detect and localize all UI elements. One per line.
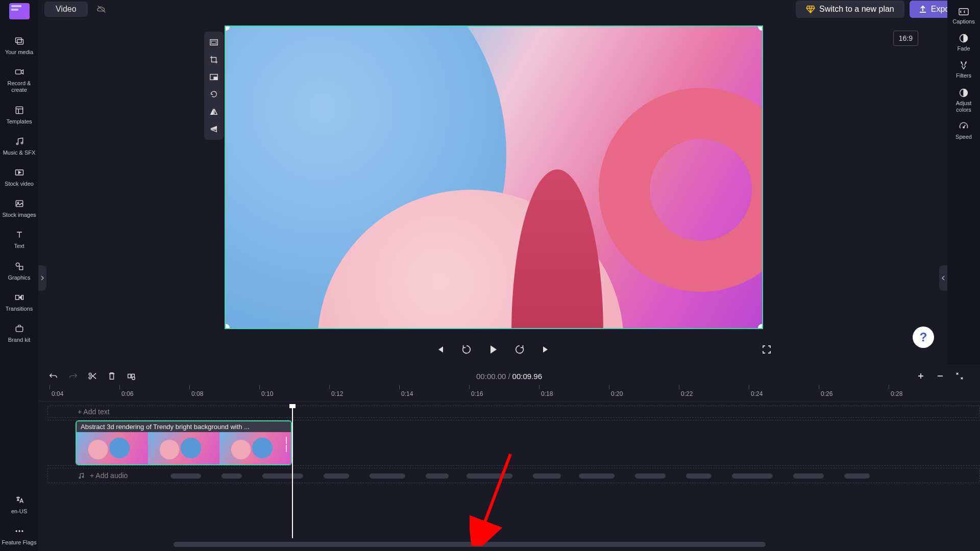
scissors-icon [88, 371, 97, 381]
svg-point-22 [961, 63, 962, 64]
svg-point-16 [15, 530, 17, 532]
svg-point-7 [21, 142, 22, 143]
label: Filters [956, 72, 971, 79]
sidebar-item-stock-video[interactable]: Stock video [2, 161, 37, 192]
svg-rect-15 [16, 327, 22, 332]
zoom-in-button[interactable] [916, 371, 926, 381]
total-time: 00:09.96 [512, 372, 542, 381]
svg-rect-33 [128, 374, 131, 378]
label: Graphics [8, 274, 30, 281]
undo-icon [49, 372, 58, 380]
ruler-tick: 0:22 [681, 390, 693, 397]
label: Your media [5, 49, 33, 56]
svg-rect-30 [214, 77, 217, 80]
crop-tool[interactable] [204, 51, 224, 68]
filters-icon [959, 60, 969, 70]
text-track[interactable]: + Add text [47, 406, 980, 418]
play-button[interactable] [486, 342, 500, 357]
svg-rect-14 [21, 295, 23, 299]
resize-handle-br[interactable] [758, 324, 763, 329]
svg-point-6 [16, 143, 18, 144]
templates-icon [13, 104, 26, 116]
sidebar-item-text[interactable]: Text [2, 223, 37, 255]
flip-h-tool[interactable] [204, 103, 224, 120]
resize-handle-tr[interactable] [758, 26, 763, 31]
rewind-icon [461, 344, 472, 355]
forward-button[interactable] [512, 342, 527, 357]
sidebar-item-graphics[interactable]: Graphics [2, 255, 37, 286]
project-title[interactable]: Video [44, 2, 88, 17]
label: en-US [11, 508, 27, 515]
undo-button[interactable] [48, 371, 59, 381]
svg-point-26 [963, 127, 965, 128]
right-item-filters[interactable]: Filters [948, 56, 979, 83]
fit-tool[interactable] [204, 34, 224, 51]
right-item-fade[interactable]: Fade [948, 29, 979, 56]
rewind-button[interactable] [459, 342, 474, 357]
sidebar-item-templates[interactable]: Templates [2, 99, 37, 130]
cloud-off-icon[interactable] [96, 5, 107, 14]
right-sidebar: Captions Fade Filters Adjust colors Spee… [947, 0, 980, 367]
waveform [150, 472, 979, 480]
playhead[interactable] [292, 406, 293, 538]
svg-point-17 [18, 530, 20, 532]
sidebar-item-music[interactable]: Music & SFX [2, 130, 37, 161]
right-collapse-button[interactable] [939, 265, 947, 291]
sidebar-item-stock-images[interactable]: Stock images [2, 192, 37, 223]
skip-end-button[interactable] [539, 342, 553, 357]
ruler-tick: 0:24 [751, 390, 763, 397]
play-icon [487, 343, 499, 356]
right-item-captions[interactable]: Captions [948, 3, 979, 29]
pip-tool[interactable] [204, 68, 224, 86]
stock-images-icon [13, 197, 26, 210]
flip-v-tool[interactable] [204, 120, 224, 138]
switch-plan-button[interactable]: Switch to a new plan [796, 1, 904, 18]
redo-button[interactable] [68, 371, 78, 381]
fullscreen-button[interactable] [760, 342, 774, 357]
preview-canvas[interactable] [225, 26, 763, 329]
sidebar-item-brand-kit[interactable]: Brand kit [2, 317, 37, 348]
svg-rect-3 [16, 107, 22, 113]
top-bar: Video Switch to a new plan Export [38, 0, 980, 18]
speed-icon [959, 121, 969, 132]
current-time: 00:00.00 [476, 372, 506, 381]
help-button[interactable]: ? [913, 327, 934, 348]
timeline-ruler[interactable]: 0:04 0:06 0:08 0:10 0:12 0:14 0:16 0:18 … [38, 387, 980, 402]
trash-icon [108, 371, 116, 381]
clip-trim-handle[interactable] [286, 436, 290, 453]
label: Speed [955, 134, 972, 140]
right-item-adjust-colors[interactable]: Adjust colors [948, 84, 979, 117]
sidebar-item-language[interactable]: en-US [2, 489, 37, 520]
aspect-ratio-badge[interactable]: 16:9 [893, 31, 918, 46]
label: Transitions [6, 306, 33, 312]
video-track[interactable]: Abstract 3d rendering of Trendy bright b… [47, 420, 980, 466]
adjust-icon [959, 88, 969, 98]
cut-button[interactable] [87, 371, 97, 381]
timeline-scrollbar[interactable] [174, 542, 766, 547]
audio-track[interactable]: + Add audio [47, 468, 980, 483]
sidebar-item-feature-flags[interactable]: Feature Flags [2, 520, 37, 551]
sidebar-item-your-media[interactable]: Your media [2, 30, 37, 61]
floating-toolbar [204, 32, 224, 140]
add-text-label: + Add text [78, 408, 110, 416]
right-item-speed[interactable]: Speed [948, 117, 979, 144]
sidebar-item-record[interactable]: Record & create [2, 61, 37, 98]
crop-icon [209, 55, 218, 64]
ruler-tick: 0:28 [891, 390, 902, 397]
zoom-fit-button[interactable] [954, 371, 965, 381]
collapse-icon [955, 371, 964, 381]
ruler-tick: 0:18 [541, 390, 553, 397]
app-logo[interactable] [9, 3, 30, 19]
label: Music & SFX [3, 149, 36, 156]
sidebar-expand-button[interactable] [38, 265, 46, 291]
zoom-out-button[interactable] [935, 371, 945, 381]
language-icon [13, 494, 26, 506]
delete-button[interactable] [107, 371, 117, 381]
skip-start-button[interactable] [433, 342, 447, 357]
rotate-tool[interactable] [204, 86, 224, 103]
split-button[interactable] [126, 371, 136, 381]
sidebar-item-transitions[interactable]: Transitions [2, 286, 37, 317]
video-clip[interactable]: Abstract 3d rendering of Trendy bright b… [76, 420, 292, 465]
svg-point-18 [21, 530, 23, 532]
captions-icon [958, 7, 969, 16]
